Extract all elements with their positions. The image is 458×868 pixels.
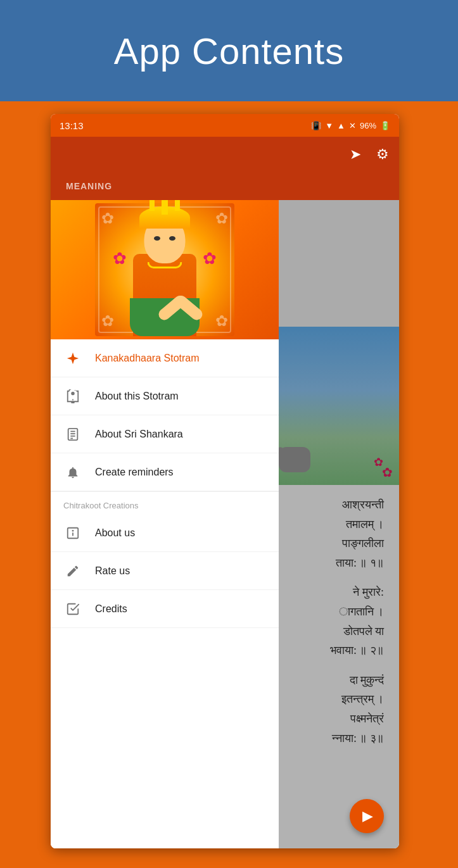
settings-icon[interactable]: ⚙ — [376, 146, 389, 163]
status-nosim-icon: ✕ — [349, 121, 356, 130]
bell-icon — [63, 463, 82, 482]
book-icon — [63, 387, 82, 406]
status-time: 13:13 — [60, 120, 84, 131]
menu-label-about-shankara: About Sri Shankara — [95, 429, 183, 440]
menu-label-kanakadhaara: Kanakadhaara Stotram — [95, 353, 200, 364]
menu-section-main: Kanakadhaara Stotram About this Stotram — [51, 339, 279, 491]
navigation-drawer: ✿ ✿ ✿ ✿ — [51, 200, 279, 848]
tab-bar: MEANING — [51, 172, 399, 200]
status-vibrate-icon: 📳 — [311, 121, 321, 130]
menu-item-credits[interactable]: Credits — [51, 590, 279, 628]
menu-label-about-us: About us — [95, 527, 135, 539]
status-right: 📳 ▼ ▲ ✕ 96% 🔋 — [311, 121, 390, 130]
section-label-chitrakoot: Chitrakoot Creations — [51, 491, 279, 514]
play-fab-button[interactable]: ▶ — [350, 799, 384, 833]
menu-section-chitrakoot: About us Rate us Credits — [51, 514, 279, 628]
dim-overlay — [279, 200, 399, 848]
toolbar: ➤ ⚙ — [51, 137, 399, 172]
menu-label-rate-us: Rate us — [95, 565, 130, 577]
status-battery-icon: 🔋 — [380, 121, 390, 130]
status-signal-icon: ▲ — [337, 121, 345, 130]
asterisk-icon — [63, 349, 82, 368]
phone-frame: 13:13 📳 ▼ ▲ ✕ 96% 🔋 ➤ ⚙ MEANING ✿ ✿ — [51, 114, 399, 848]
tab-meaning[interactable]: MEANING — [66, 181, 112, 191]
app-header: App Contents — [0, 0, 458, 101]
info-icon — [63, 524, 82, 543]
play-icon: ▶ — [362, 808, 373, 824]
document-icon — [63, 425, 82, 444]
rate-icon — [63, 562, 82, 581]
menu-label-credits: Credits — [95, 603, 127, 615]
check-badge-icon — [63, 600, 82, 619]
menu-item-rate-us[interactable]: Rate us — [51, 552, 279, 590]
menu-item-about-stotram[interactable]: About this Stotram — [51, 377, 279, 415]
menu-item-kanakadhaara[interactable]: Kanakadhaara Stotram — [51, 339, 279, 377]
menu-label-create-reminders: Create reminders — [95, 467, 174, 478]
status-battery: 96% — [360, 121, 376, 130]
status-wifi-icon: ▼ — [325, 121, 333, 130]
drawer-header-image: ✿ ✿ ✿ ✿ — [51, 200, 279, 339]
share-icon[interactable]: ➤ — [350, 146, 361, 163]
menu-item-about-shankara[interactable]: About Sri Shankara — [51, 415, 279, 453]
menu-item-about-us[interactable]: About us — [51, 514, 279, 552]
app-header-title: App Contents — [114, 30, 344, 72]
menu-label-about-stotram: About this Stotram — [95, 391, 179, 402]
status-bar: 13:13 📳 ▼ ▲ ✕ 96% 🔋 — [51, 114, 399, 137]
menu-item-create-reminders[interactable]: Create reminders — [51, 453, 279, 491]
